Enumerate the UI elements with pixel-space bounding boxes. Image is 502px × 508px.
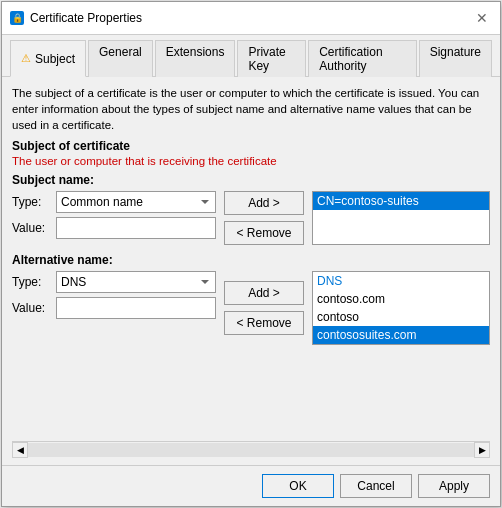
section-subtitle: The user or computer that is receiving t… <box>12 155 490 167</box>
tab-extensions-label: Extensions <box>166 45 225 59</box>
subject-type-row: Type: Common name Organization Organizat… <box>12 191 216 213</box>
close-button[interactable]: ✕ <box>472 8 492 28</box>
tab-private-key-label: Private Key <box>248 45 285 73</box>
subject-add-button[interactable]: Add > <box>224 191 304 215</box>
ok-button[interactable]: OK <box>262 474 334 498</box>
alt-add-button[interactable]: Add > <box>224 281 304 305</box>
scroll-left-arrow[interactable]: ◀ <box>12 442 28 458</box>
subject-value-row: Value: <box>12 217 216 239</box>
horizontal-scrollbar[interactable]: ◀ ▶ <box>12 441 490 457</box>
dialog-title: Certificate Properties <box>30 11 142 25</box>
subject-action-buttons: Add > < Remove <box>220 191 308 245</box>
subject-value-input[interactable] <box>56 217 216 239</box>
alt-value-row: Value: <box>12 297 216 319</box>
alt-list-item-3[interactable]: contososuites.com <box>313 326 489 344</box>
alt-type-row: Type: DNS Email UPN URL IP address <box>12 271 216 293</box>
tab-bar: ⚠ Subject General Extensions Private Key… <box>2 35 500 77</box>
alt-value-input[interactable] <box>56 297 216 319</box>
alt-list-item-2[interactable]: contoso <box>313 308 489 326</box>
tab-general[interactable]: General <box>88 40 153 77</box>
alt-action-buttons: Add > < Remove <box>220 271 308 345</box>
tab-certification-authority[interactable]: Certification Authority <box>308 40 416 77</box>
scroll-track[interactable] <box>28 443 474 457</box>
title-bar-left: 🔒 Certificate Properties <box>10 11 142 25</box>
subject-left-panel: Type: Common name Organization Organizat… <box>12 191 216 245</box>
tab-cert-authority-label: Certification Authority <box>319 45 382 73</box>
alt-list-header: DNS <box>313 272 489 290</box>
scroll-right-arrow[interactable]: ▶ <box>474 442 490 458</box>
subject-value-label: Value: <box>12 221 50 235</box>
subject-name-section: Subject name: Type: Common name Organiza… <box>12 173 490 249</box>
warning-icon: ⚠ <box>21 52 31 65</box>
dialog-icon: 🔒 <box>10 11 24 25</box>
alt-name-label: Alternative name: <box>12 253 490 267</box>
alt-type-select[interactable]: DNS Email UPN URL IP address <box>56 271 216 293</box>
alt-list-item-1[interactable]: contoso.com <box>313 290 489 308</box>
subject-type-label: Type: <box>12 195 50 209</box>
main-sections: Subject name: Type: Common name Organiza… <box>12 173 490 439</box>
cancel-button[interactable]: Cancel <box>340 474 412 498</box>
tab-extensions[interactable]: Extensions <box>155 40 236 77</box>
title-bar: 🔒 Certificate Properties ✕ <box>2 2 500 35</box>
alt-left-panel: Type: DNS Email UPN URL IP address Value… <box>12 271 216 345</box>
certificate-properties-dialog: 🔒 Certificate Properties ✕ ⚠ Subject Gen… <box>1 1 501 507</box>
subject-list-panel: CN=contoso-suites <box>312 191 490 245</box>
alt-value-label: Value: <box>12 301 50 315</box>
tab-subject[interactable]: ⚠ Subject <box>10 40 86 77</box>
tab-content: The subject of a certificate is the user… <box>2 77 500 465</box>
subject-type-select[interactable]: Common name Organization Organizational … <box>56 191 216 213</box>
alt-list[interactable]: DNS contoso.com contoso contososuites.co… <box>312 271 490 345</box>
subject-name-label: Subject name: <box>12 173 490 187</box>
subject-list-item[interactable]: CN=contoso-suites <box>313 192 489 210</box>
tab-signature[interactable]: Signature <box>419 40 492 77</box>
apply-button[interactable]: Apply <box>418 474 490 498</box>
alt-name-section: Alternative name: Type: DNS Email UPN UR… <box>12 253 490 349</box>
alt-list-panel: DNS contoso.com contoso contososuites.co… <box>312 271 490 345</box>
tab-signature-label: Signature <box>430 45 481 59</box>
alt-name-row: Type: DNS Email UPN URL IP address Value… <box>12 271 490 345</box>
subject-list[interactable]: CN=contoso-suites <box>312 191 490 245</box>
description-text: The subject of a certificate is the user… <box>12 85 490 133</box>
alt-type-label: Type: <box>12 275 50 289</box>
alt-remove-button[interactable]: < Remove <box>224 311 304 335</box>
subject-remove-button[interactable]: < Remove <box>224 221 304 245</box>
tab-subject-label: Subject <box>35 52 75 66</box>
tab-private-key[interactable]: Private Key <box>237 40 306 77</box>
bottom-bar: OK Cancel Apply <box>2 465 500 506</box>
subject-name-row: Type: Common name Organization Organizat… <box>12 191 490 245</box>
tab-general-label: General <box>99 45 142 59</box>
section-title: Subject of certificate <box>12 139 490 153</box>
